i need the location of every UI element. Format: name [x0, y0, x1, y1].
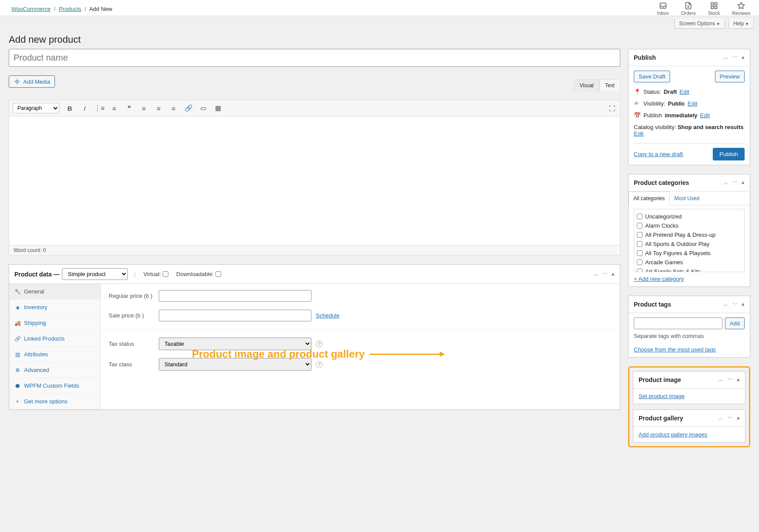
regular-price-input[interactable] — [159, 290, 311, 302]
tab-visual[interactable]: Visual — [574, 79, 599, 91]
tab-advanced[interactable]: ⚙Advanced — [9, 362, 100, 378]
tab-wpfm[interactable]: ⬢WPFM Custom Fields — [9, 378, 100, 394]
choose-tags-link[interactable]: Choose from the most used tags — [634, 346, 716, 353]
chevron-up-icon[interactable]: ︿ — [718, 376, 724, 384]
edit-status-link[interactable]: Edit — [680, 89, 689, 95]
product-title-input[interactable] — [9, 49, 620, 67]
publish-title: Publish — [634, 54, 656, 61]
tab-all-categories[interactable]: All categories — [629, 191, 670, 205]
save-draft-button[interactable]: Save Draft — [634, 71, 670, 82]
chevron-down-icon[interactable]: ﹀ — [732, 300, 738, 308]
inventory-icon: ◈ — [14, 304, 21, 310]
caret-up-icon[interactable]: ▴ — [612, 270, 615, 278]
chevron-down-icon[interactable]: ﹀ — [732, 54, 738, 61]
tab-attributes[interactable]: ▤Attributes — [9, 347, 100, 362]
align-right-icon[interactable]: ≡ — [169, 104, 178, 113]
calendar-icon: 📅 — [634, 112, 641, 119]
category-list[interactable]: Uncategorized Alarm Clocks All Pretend P… — [634, 209, 745, 272]
copy-draft-link[interactable]: Copy to a new draft — [634, 151, 683, 157]
breadcrumb-link-products[interactable]: Products — [59, 6, 81, 12]
category-item[interactable]: Arcade Games — [637, 258, 742, 267]
category-item[interactable]: Alarm Clocks — [637, 221, 742, 230]
caret-up-icon[interactable]: ▴ — [742, 54, 745, 61]
chevron-up-icon[interactable]: ︿ — [723, 54, 729, 61]
screen-options-button[interactable]: Screen Options — [674, 19, 725, 29]
category-item[interactable]: All Toy Figures & Playsets — [637, 249, 742, 258]
product-data-title: Product data — — [14, 271, 59, 278]
help-icon[interactable]: ? — [316, 341, 323, 348]
category-item[interactable]: All Pretend Play & Dress-up — [637, 230, 742, 239]
italic-icon[interactable]: I — [80, 104, 89, 113]
category-item[interactable]: Art Supply Sets & Kits — [637, 267, 742, 272]
preview-button[interactable]: Preview — [715, 71, 745, 82]
tab-shipping[interactable]: 🚚Shipping — [9, 315, 100, 331]
nav-inbox[interactable]: Inbox — [657, 2, 669, 16]
svg-rect-3 — [711, 7, 713, 9]
nav-orders[interactable]: Orders — [681, 2, 696, 16]
more-icon[interactable]: ▭ — [199, 104, 208, 113]
category-item[interactable]: All Sports & Outdoor Play — [637, 239, 742, 249]
link-icon[interactable]: 🔗 — [184, 104, 193, 113]
nav-reviews[interactable]: Reviews — [732, 2, 750, 16]
downloadable-checkbox[interactable]: Downloadable: — [176, 271, 221, 277]
add-tag-button[interactable]: Add — [725, 317, 745, 329]
regular-price-label: Regular price (b ) — [109, 293, 159, 299]
sale-price-input[interactable] — [159, 310, 311, 321]
edit-catalog-link[interactable]: Edit — [634, 130, 643, 137]
caret-up-icon[interactable]: ▴ — [742, 300, 745, 308]
nav-stock[interactable]: Stock — [708, 2, 720, 16]
tab-general[interactable]: 🔧General — [9, 284, 100, 300]
set-product-image-link[interactable]: Set product image — [639, 393, 685, 399]
category-item[interactable]: Uncategorized — [637, 212, 742, 221]
align-center-icon[interactable]: ≡ — [154, 104, 163, 113]
chevron-up-icon[interactable]: ︿ — [593, 270, 599, 278]
chevron-up-icon[interactable]: ︿ — [723, 179, 729, 187]
svg-rect-4 — [715, 7, 717, 9]
caret-up-icon[interactable]: ▴ — [737, 414, 740, 422]
publish-box: Publish ︿﹀▴ Save Draft Preview 📍Status: … — [628, 49, 750, 165]
format-select[interactable]: Paragraph — [13, 103, 59, 113]
add-media-button[interactable]: Add Media — [9, 75, 55, 88]
breadcrumb-current: Add New — [89, 6, 112, 12]
page-title: Add new product — [0, 29, 759, 49]
gear-icon: ⚙ — [14, 367, 21, 373]
help-button[interactable]: Help — [728, 19, 754, 29]
tab-linked[interactable]: 🔗Linked Products — [9, 331, 100, 347]
tag-input[interactable] — [634, 317, 722, 329]
tab-more[interactable]: +Get more options — [9, 394, 100, 409]
add-gallery-images-link[interactable]: Add product gallery images — [639, 431, 708, 438]
tags-box: Product tags ︿﹀▴ Add Separate tags with … — [628, 296, 750, 358]
chevron-up-icon[interactable]: ︿ — [718, 414, 724, 422]
publish-button[interactable]: Publish — [713, 148, 745, 160]
schedule-link[interactable]: Schedule — [316, 312, 339, 319]
fullscreen-icon[interactable]: ⛶ — [608, 104, 616, 113]
add-category-link[interactable]: + Add new category — [634, 276, 684, 282]
chevron-down-icon[interactable]: ﹀ — [602, 270, 608, 278]
caret-up-icon[interactable]: ▴ — [742, 179, 745, 187]
chevron-down-icon[interactable]: ﹀ — [728, 376, 733, 384]
toolbar-toggle-icon[interactable]: ▦ — [214, 104, 222, 113]
quote-icon[interactable]: ❝ — [125, 104, 133, 113]
tab-most-used[interactable]: Most Used — [670, 191, 704, 205]
align-left-icon[interactable]: ≡ — [140, 104, 148, 113]
edit-publish-link[interactable]: Edit — [700, 112, 710, 119]
tab-text[interactable]: Text — [599, 79, 620, 91]
svg-rect-1 — [711, 3, 713, 5]
chevron-down-icon[interactable]: ﹀ — [732, 179, 738, 187]
reviews-icon — [737, 2, 745, 10]
help-icon[interactable]: ? — [316, 361, 323, 368]
breadcrumb-link-woocommerce[interactable]: WooCommerce — [11, 6, 51, 12]
attributes-icon: ▤ — [14, 351, 21, 358]
chevron-down-icon[interactable]: ﹀ — [728, 414, 733, 422]
top-bar: WooCommerce / Products / Add New Inbox O… — [0, 0, 759, 16]
product-type-select[interactable]: Simple product — [62, 268, 128, 280]
virtual-checkbox[interactable]: Virtual: — [144, 271, 168, 277]
tab-inventory[interactable]: ◈Inventory — [9, 300, 100, 315]
caret-up-icon[interactable]: ▴ — [737, 376, 740, 384]
editor-textarea[interactable] — [9, 116, 620, 245]
edit-visibility-link[interactable]: Edit — [687, 100, 697, 107]
bold-icon[interactable]: B — [65, 104, 74, 113]
bullet-list-icon[interactable]: ⋮≡ — [95, 104, 104, 113]
chevron-up-icon[interactable]: ︿ — [723, 300, 729, 308]
number-list-icon[interactable]: ≡ — [110, 104, 119, 113]
